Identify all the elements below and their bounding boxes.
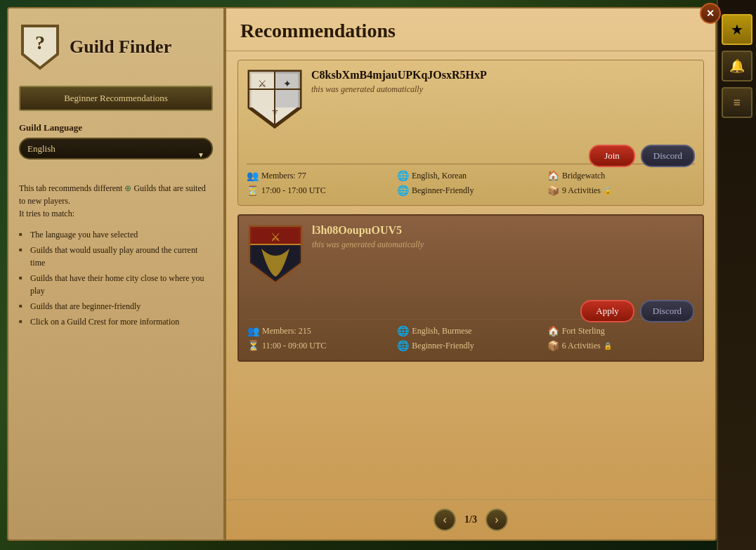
language-label: Guild Language [19,122,213,133]
guild-stats-2: 👥 Members: 215 🌐 English, Burmese 🏠 Fort… [247,319,694,352]
members-stat-2: 👥 Members: 215 [247,325,394,337]
svg-text:⚜: ⚜ [271,107,279,117]
activities-stat-1: 📦 9 Activities 🔒 [547,185,695,197]
members-stat-1: 👥 Members: 77 [247,170,394,182]
lock-icon: 🔒 [604,187,612,195]
guild-card-2: ⚔ l3h08OoupuOUV5 this was generated auto… [237,214,704,362]
guild-stats-1: 👥 Members: 77 🌐 English, Korean 🏠 Bridge… [247,164,695,197]
guild-name-2: l3h08OoupuOUV5 [312,224,694,237]
city-value-2: Fort Sterling [562,326,605,336]
guild-card-top-2: ⚔ l3h08OoupuOUV5 this was generated auto… [247,224,694,287]
time-icon: ⏳ [247,185,259,197]
beginner-stat-1: 🌐 Beginner-Friendly [397,185,545,197]
city-stat-1: 🏠 Bridgewatch [547,170,695,182]
close-button[interactable]: ✕ [700,3,721,24]
guild-auto-gen-2: this was generated automatically [312,240,694,250]
city-stat-2: 🏠 Fort Sterling [547,325,694,337]
next-page-button[interactable]: › [485,509,508,531]
bullet-item: Click on a Guild Crest for more informat… [19,315,213,328]
time-value-2: 11:00 - 09:00 UTC [262,341,326,351]
prev-page-button[interactable]: ‹ [434,509,456,531]
time-stat-1: ⏳ 17:00 - 17:00 UTC [247,185,394,197]
guild-crest-1[interactable]: ⚔ ✦ ⚜ [247,69,303,132]
svg-text:⚔: ⚔ [271,231,280,243]
beginner-recommendations-button[interactable]: Beginner Recommendations [19,86,213,111]
activities-icon: 📦 [547,185,559,197]
language-value-2: English, Burmese [412,326,471,336]
bell-button[interactable]: 🔔 [722,51,752,81]
guilds-list: ⚔ ✦ ⚜ C8ksbXmB4mjauUPKqJOsxR5HxP this wa… [226,51,715,499]
language-stat-2: 🌐 English, Burmese [397,325,544,337]
activities-stat-2: 📦 6 Activities 🔒 [547,340,694,352]
time-stat-2: ⏳ 11:00 - 09:00 UTC [247,340,394,352]
bullet-list: The language you have selected Guilds th… [19,228,213,328]
right-panel: ✕ Recommendations [225,7,717,541]
bullet-item: Guilds that are beginner-friendly [19,300,213,313]
guild-crest-2[interactable]: ⚔ [247,224,304,287]
main-panel: ? Guild Finder Beginner Recommendations … [7,7,717,541]
city-icon: 🏠 [547,170,559,182]
discord-button-2[interactable]: Discord [640,300,694,322]
recommendations-header: Recommendations [226,8,715,51]
activities-icon-2: 📦 [547,340,559,352]
language-icon-2: 🌐 [397,325,409,337]
language-icon: 🌐 [397,170,409,182]
page-info: 1/3 [464,514,477,525]
bullet-item: The language you have selected [19,228,213,241]
language-select-wrapper: English German French Spanish Korean Chi… [19,138,213,171]
city-icon-2: 🏠 [547,325,559,337]
beginner-icon-2: 🌐 [397,340,409,352]
menu-icon: ≡ [734,96,741,110]
language-value-1: English, Korean [412,171,467,181]
beginner-stat-2: 🌐 Beginner-Friendly [397,340,544,352]
members-value-2: Members: 215 [262,326,311,336]
svg-text:✦: ✦ [283,79,292,89]
app-title: Guild Finder [70,36,171,58]
activities-value-1: 9 Activities [562,185,601,196]
right-sidebar: ★ 🔔 ≡ [717,0,756,550]
left-panel: ? Guild Finder Beginner Recommendations … [7,7,225,541]
guild-info-1: C8ksbXmB4mjauUPKqJOsxR5HxP this was gene… [311,69,695,95]
members-icon-2: 👥 [247,325,259,337]
beginner-value-2: Beginner-Friendly [412,341,474,351]
guild-finder-logo: ? [19,22,61,72]
favorites-button[interactable]: ★ [722,14,752,45]
guild-auto-gen-1: this was generated automatically [311,84,695,95]
guild-card-top: ⚔ ✦ ⚜ C8ksbXmB4mjauUPKqJOsxR5HxP this wa… [247,69,695,132]
apply-button-2[interactable]: Apply [580,300,634,322]
menu-button[interactable]: ≡ [722,87,752,118]
description-text: This tab recommends different ⊕ Guilds t… [19,182,213,220]
time-icon-2: ⏳ [247,340,259,352]
language-stat-1: 🌐 English, Korean [397,170,545,182]
svg-text:⚔: ⚔ [258,79,267,89]
beginner-value-1: Beginner-Friendly [412,185,474,196]
discord-button-1[interactable]: Discord [641,145,695,167]
bell-icon: 🔔 [729,58,745,74]
guild-card: ⚔ ✦ ⚜ C8ksbXmB4mjauUPKqJOsxR5HxP this wa… [237,60,704,206]
svg-text:?: ? [35,32,45,53]
guild-finder-header: ? Guild Finder [19,22,213,72]
members-icon: 👥 [247,170,259,182]
bullet-item: Guilds that would usually play around th… [19,244,213,269]
lock-icon-2: 🔒 [604,342,612,350]
join-button-1[interactable]: Join [589,145,635,167]
guild-info-2: l3h08OoupuOUV5 this was generated automa… [312,224,694,250]
pagination: ‹ 1/3 › [226,499,715,539]
star-icon: ★ [731,21,743,38]
language-select[interactable]: English German French Spanish Korean Chi… [19,138,213,159]
time-value-1: 17:00 - 17:00 UTC [261,185,326,196]
guild-name-1: C8ksbXmB4mjauUPKqJOsxR5HxP [311,69,695,81]
members-value-1: Members: 77 [261,171,306,181]
bullet-item: Guilds that have their home city close t… [19,272,213,297]
beginner-icon: 🌐 [397,185,409,197]
city-value-1: Bridgewatch [562,171,605,181]
activities-value-2: 6 Activities [562,341,601,351]
